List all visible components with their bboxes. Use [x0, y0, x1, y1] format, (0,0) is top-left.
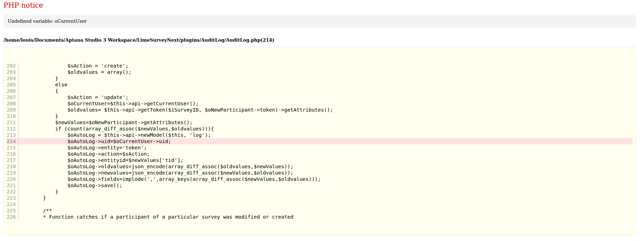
code-line: 206 {	[7, 88, 633, 94]
code-text: }	[19, 189, 58, 194]
code-line: 225 /**	[7, 207, 633, 214]
code-line: 210 }	[7, 113, 633, 119]
line-number: 205	[7, 81, 19, 88]
code-text: else	[19, 82, 68, 87]
code-line: 217 $oAutoLog->entityid=$newValues['tid'…	[7, 157, 633, 163]
code-line: 215 $oAutoLog->entity='token';	[7, 144, 633, 151]
line-number: 202	[7, 63, 19, 69]
code-text: }	[19, 76, 58, 81]
code-listing: 202 $sAction = 'create';203 $oldvalues =…	[7, 63, 633, 220]
code-line: 222 }	[7, 189, 633, 195]
line-number: 208	[7, 100, 19, 107]
code-line: 205 else	[7, 81, 633, 88]
code-text: {	[19, 88, 58, 94]
line-number: 203	[7, 69, 19, 75]
code-text: $sAction = 'create';	[19, 63, 128, 69]
line-number: 223	[7, 195, 19, 201]
code-text: $oAutoLog->fields=implode(',',array_keys…	[19, 176, 321, 182]
code-line: 223 }	[7, 195, 633, 201]
code-text: $newValues=$oNewParticipant->getAttribut…	[19, 120, 193, 125]
line-number: 210	[7, 113, 19, 119]
error-message-text: Undefined variable: oCurrentUser	[8, 19, 87, 24]
line-number: 222	[7, 189, 19, 195]
line-number: 209	[7, 107, 19, 113]
code-text: $oAutoLog->oldvalues=json_encode(array_d…	[19, 164, 293, 169]
source-code-box: 202 $sAction = 'create';203 $oldvalues =…	[3, 47, 636, 236]
line-number: 221	[7, 182, 19, 189]
code-line-error: 214 $oAutoLog->uid=$oCurrentUser->uid;	[7, 138, 633, 144]
code-text: $oAutoLog->newvalues=json_encode(array_d…	[19, 170, 293, 176]
code-line: 221 $oAutoLog->save();	[7, 182, 633, 189]
error-page: PHP notice Undefined variable: oCurrentU…	[3, 1, 636, 241]
line-number: 206	[7, 88, 19, 94]
code-line: 207 $sAction = 'update';	[7, 94, 633, 100]
code-line: 216 $oAutoLog->action=$sAction;	[7, 151, 633, 157]
code-line: 220 $oAutoLog->fields=implode(',',array_…	[7, 176, 633, 182]
code-text: /**	[19, 208, 52, 213]
line-number: 204	[7, 75, 19, 81]
line-number: 214	[7, 138, 19, 144]
line-number: 225	[7, 207, 19, 214]
code-line: 203 $oldvalues = array();	[7, 69, 633, 75]
code-line: 224	[7, 201, 633, 207]
code-text: $oAutoLog->save();	[19, 183, 122, 188]
code-line: 226 * Function catches if a participant …	[7, 214, 633, 220]
code-text: $oCurrentUser=$this->api->getCurrentUser…	[19, 101, 199, 106]
code-line: 219 $oAutoLog->newvalues=json_encode(arr…	[7, 170, 633, 176]
line-number: 218	[7, 163, 19, 170]
code-text: $oAutoLog->action=$sAction;	[19, 151, 150, 157]
code-text: $oAutoLog->entity='token';	[19, 145, 147, 150]
line-number: 212	[7, 126, 19, 132]
code-text: }	[19, 113, 58, 119]
line-number: 215	[7, 144, 19, 151]
code-text: $oldvalues = array();	[19, 69, 132, 75]
error-message-box: Undefined variable: oCurrentUser	[3, 15, 636, 28]
code-line: 202 $sAction = 'create';	[7, 63, 633, 69]
code-text: $oAutoLog->uid=$oCurrentUser->uid;	[19, 139, 171, 144]
line-number: 211	[7, 119, 19, 126]
line-number: 216	[7, 151, 19, 157]
line-number: 219	[7, 170, 19, 176]
page-title: PHP notice	[3, 1, 636, 10]
code-line: 218 $oAutoLog->oldvalues=json_encode(arr…	[7, 163, 633, 170]
line-number: 207	[7, 94, 19, 100]
line-number: 224	[7, 201, 19, 207]
code-text: $oAutoLog->entityid=$newValues['tid'];	[19, 157, 183, 163]
code-text: }	[19, 195, 46, 201]
line-number: 217	[7, 157, 19, 163]
code-line: 213 $oAutoLog = $this->api->newModel($th…	[7, 132, 633, 138]
source-file-path: /home/louis/Documents/Aptana Studio 3 Wo…	[3, 38, 636, 42]
line-number: 220	[7, 176, 19, 182]
code-text: $oldvalues= $this->api->getToken($iSurve…	[19, 107, 333, 113]
code-line: 208 $oCurrentUser=$this->api->getCurrent…	[7, 100, 633, 107]
code-text: if (count(array_diff_assoc($newValues,$o…	[19, 126, 214, 132]
line-number: 226	[7, 214, 19, 220]
code-line: 212 if (count(array_diff_assoc($newValue…	[7, 126, 633, 132]
code-line: 211 $newValues=$oNewParticipant->getAttr…	[7, 119, 633, 126]
line-number: 213	[7, 132, 19, 138]
code-text: $sAction = 'update';	[19, 94, 128, 100]
code-text: * Function catches if a participant of a…	[19, 214, 293, 220]
code-line: 209 $oldvalues= $this->api->getToken($iS…	[7, 107, 633, 113]
code-text: $oAutoLog = $this->api->newModel($this, …	[19, 132, 211, 138]
code-line: 204 }	[7, 75, 633, 81]
